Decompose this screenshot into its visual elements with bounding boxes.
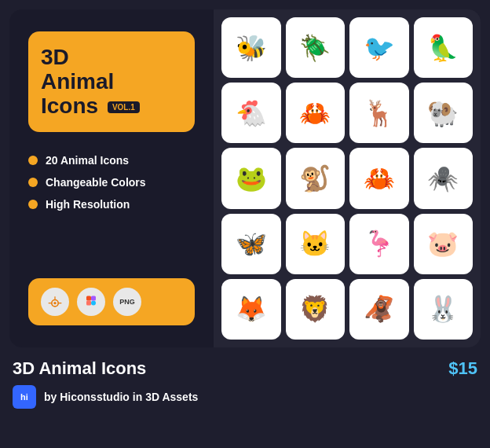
svg-rect-3: [86, 301, 91, 306]
icon-chicken: 🐔: [221, 83, 281, 143]
left-panel: 3D Animal Icons VOL.1 20 Animal Icons Ch…: [9, 9, 214, 347]
icon-pig: 🐷: [414, 214, 474, 274]
icon-spider: 🕷️: [414, 148, 474, 208]
tool-badges: PNG: [28, 278, 195, 325]
author-prefix: by: [44, 391, 57, 403]
icon-crab2: 🦀: [349, 148, 409, 208]
vol-badge: VOL.1: [108, 101, 140, 113]
feature-dot: [28, 156, 38, 165]
icon-frog: 🐸: [221, 148, 281, 208]
icon-monkey: 🐒: [286, 148, 346, 208]
icon-lion: 🦁: [286, 279, 346, 340]
icon-orangutan: 🦧: [349, 279, 409, 340]
icon-parrot: 🦜: [414, 17, 474, 78]
icon-bee: 🐝: [221, 17, 281, 78]
category-prefix: in: [133, 391, 142, 403]
svg-rect-5: [91, 296, 96, 301]
page-wrapper: 3D Animal Icons VOL.1 20 Animal Icons Ch…: [0, 0, 490, 448]
feature-item-3: High Resolution: [28, 198, 195, 211]
icon-beetle: 🪲: [286, 17, 346, 78]
title-box: 3D Animal Icons VOL.1: [28, 31, 195, 132]
svg-rect-4: [91, 301, 96, 306]
icon-ram: 🐏: [414, 83, 474, 143]
banner-card: 3D Animal Icons VOL.1 20 Animal Icons Ch…: [9, 9, 481, 347]
product-category[interactable]: 3D Assets: [145, 391, 198, 403]
icon-grid: 🐝 🪲 🐦 🦜 🐔 🦀 🦌 🐏 🐸 🐒 🦀 🕷️ 🦋 🐱 🦩 🐷 🦊 🦁 🦧: [214, 9, 481, 347]
feature-item-2: Changeable Colors: [28, 176, 195, 189]
author-name[interactable]: Hiconsstudio: [60, 391, 130, 403]
figma-badge: [77, 288, 105, 316]
feature-label-2: Changeable Colors: [46, 176, 146, 189]
icon-cat: 🐱: [286, 214, 346, 274]
icon-fox: 🦊: [221, 279, 281, 340]
title-animal: Animal: [41, 69, 114, 94]
main-title: 3D Animal Icons VOL.1: [41, 46, 182, 118]
icon-rabbit: 🐰: [414, 279, 474, 340]
title-icons: Icons: [41, 94, 98, 118]
author-avatar: hi: [13, 385, 36, 409]
png-badge: PNG: [113, 288, 141, 316]
icon-crab: 🦀: [286, 83, 346, 143]
title-3d: 3D: [41, 45, 69, 69]
product-title: 3D Animal Icons: [13, 358, 146, 379]
price-tag: $15: [448, 358, 477, 379]
feature-label-1: 20 Animal Icons: [46, 154, 129, 167]
icon-flamingo: 🦩: [349, 214, 409, 274]
author-text: by Hiconsstudio in 3D Assets: [44, 391, 198, 403]
svg-rect-2: [86, 296, 91, 301]
png-label: PNG: [119, 298, 135, 306]
author-row: hi by Hiconsstudio in 3D Assets: [13, 385, 477, 409]
product-row: 3D Animal Icons $15: [13, 358, 477, 379]
blender-badge: [41, 288, 69, 316]
svg-point-1: [53, 302, 56, 304]
icon-bird: 🐦: [349, 17, 409, 78]
icon-butterfly: 🦋: [221, 214, 281, 274]
feature-dot: [28, 178, 38, 187]
feature-item-1: 20 Animal Icons: [28, 154, 195, 167]
feature-label-3: High Resolution: [46, 198, 130, 211]
icon-deer: 🦌: [349, 83, 409, 143]
features-list: 20 Animal Icons Changeable Colors High R…: [28, 154, 195, 220]
feature-dot: [28, 200, 38, 209]
bottom-section: 3D Animal Icons $15 hi by Hiconsstudio i…: [0, 347, 490, 417]
